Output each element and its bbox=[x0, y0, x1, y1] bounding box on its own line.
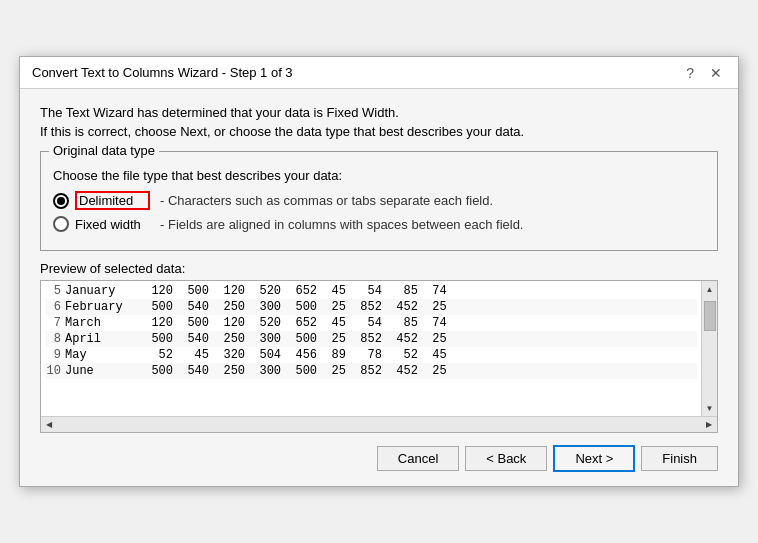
scrollbar-vertical[interactable]: ▲ ▼ bbox=[701, 281, 717, 416]
back-button[interactable]: < Back bbox=[465, 446, 547, 471]
choose-label-text: Choose the file type that best describes… bbox=[53, 168, 342, 183]
preview-wrapper: 5January 120 500 120 520 652 45 54 85 74… bbox=[40, 280, 718, 433]
radio-label-delimited[interactable]: Delimited bbox=[75, 191, 150, 210]
cancel-button[interactable]: Cancel bbox=[377, 446, 459, 471]
radio-desc-fixed-width: - Fields are aligned in columns with spa… bbox=[160, 217, 523, 232]
row-number: 8 bbox=[45, 332, 61, 346]
title-bar-controls: ? ✕ bbox=[682, 66, 726, 80]
choose-label: Choose the file type that best describes… bbox=[53, 168, 705, 183]
row-number: 5 bbox=[45, 284, 61, 298]
table-row: 8April 500 540 250 300 500 25 852 452 25 bbox=[45, 331, 697, 347]
table-row: 5January 120 500 120 520 652 45 54 85 74 bbox=[45, 283, 697, 299]
table-row: 6February 500 540 250 300 500 25 852 452… bbox=[45, 299, 697, 315]
close-button[interactable]: ✕ bbox=[706, 66, 726, 80]
row-data: March 120 500 120 520 652 45 54 85 74 bbox=[65, 316, 447, 330]
radio-row-fixed-width: Fixed width - Fields are aligned in colu… bbox=[53, 216, 705, 232]
finish-button[interactable]: Finish bbox=[641, 446, 718, 471]
table-row: 10June 500 540 250 300 500 25 852 452 25 bbox=[45, 363, 697, 379]
row-data: February 500 540 250 300 500 25 852 452 … bbox=[65, 300, 447, 314]
row-number: 6 bbox=[45, 300, 61, 314]
dialog: Convert Text to Columns Wizard - Step 1 … bbox=[19, 56, 739, 487]
dialog-body: The Text Wizard has determined that your… bbox=[20, 89, 738, 433]
table-row: 9May 52 45 320 504 456 89 78 52 45 bbox=[45, 347, 697, 363]
row-number: 10 bbox=[45, 364, 61, 378]
scroll-thumb-v[interactable] bbox=[704, 301, 716, 331]
row-data: April 500 540 250 300 500 25 852 452 25 bbox=[65, 332, 447, 346]
preview-content[interactable]: 5January 120 500 120 520 652 45 54 85 74… bbox=[41, 281, 701, 416]
scrollbar-horizontal[interactable]: ◀ ▶ bbox=[41, 416, 717, 432]
scroll-track-h bbox=[57, 417, 701, 432]
title-bar: Convert Text to Columns Wizard - Step 1 … bbox=[20, 57, 738, 89]
radio-desc-delimited: - Characters such as commas or tabs sepa… bbox=[160, 193, 493, 208]
row-data: January 120 500 120 520 652 45 54 85 74 bbox=[65, 284, 447, 298]
radio-delimited[interactable] bbox=[53, 193, 69, 209]
next-button[interactable]: Next > bbox=[553, 445, 635, 472]
preview-inner: 5January 120 500 120 520 652 45 54 85 74… bbox=[41, 281, 717, 416]
row-number: 9 bbox=[45, 348, 61, 362]
row-data: June 500 540 250 300 500 25 852 452 25 bbox=[65, 364, 447, 378]
dialog-footer: Cancel < Back Next > Finish bbox=[20, 433, 738, 486]
table-row: 7March 120 500 120 520 652 45 54 85 74 bbox=[45, 315, 697, 331]
intro-line1: The Text Wizard has determined that your… bbox=[40, 105, 718, 120]
radio-fixed-width[interactable] bbox=[53, 216, 69, 232]
group-content: Choose the file type that best describes… bbox=[53, 168, 705, 232]
scroll-right-arrow[interactable]: ▶ bbox=[701, 417, 717, 433]
scroll-up-arrow[interactable]: ▲ bbox=[702, 281, 718, 297]
row-number: 7 bbox=[45, 316, 61, 330]
dialog-title: Convert Text to Columns Wizard - Step 1 … bbox=[32, 65, 293, 80]
scroll-left-arrow[interactable]: ◀ bbox=[41, 417, 57, 433]
radio-row-delimited: Delimited - Characters such as commas or… bbox=[53, 191, 705, 210]
original-data-type-group: Original data type Choose the file type … bbox=[40, 151, 718, 251]
row-data: May 52 45 320 504 456 89 78 52 45 bbox=[65, 348, 447, 362]
group-legend: Original data type bbox=[49, 143, 159, 158]
scroll-track-v bbox=[702, 297, 717, 400]
scroll-down-arrow[interactable]: ▼ bbox=[702, 400, 718, 416]
intro-line2: If this is correct, choose Next, or choo… bbox=[40, 124, 718, 139]
preview-section: Preview of selected data: 5January 120 5… bbox=[40, 261, 718, 433]
preview-label: Preview of selected data: bbox=[40, 261, 718, 276]
radio-label-fixed-width[interactable]: Fixed width bbox=[75, 217, 150, 232]
help-button[interactable]: ? bbox=[682, 66, 698, 80]
